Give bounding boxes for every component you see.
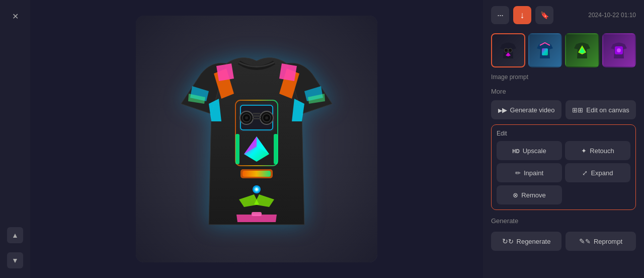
svg-rect-10	[253, 118, 261, 119]
image-area	[30, 0, 483, 278]
edit-section: Edit Upscale Retouch Inpaint Expand	[491, 124, 636, 210]
close-icon: ✕	[12, 12, 19, 21]
upscale-button[interactable]: Upscale	[497, 141, 562, 160]
svg-point-23	[504, 48, 508, 52]
remove-label: Remove	[521, 191, 545, 199]
svg-rect-22	[252, 212, 262, 216]
main-content: 2024-10-22 01:10	[30, 0, 644, 278]
reprompt-label: Reprompt	[594, 238, 622, 245]
reprompt-button[interactable]: ✎ Reprompt	[566, 232, 636, 251]
inpaint-label: Inpaint	[524, 169, 543, 177]
dots-icon	[497, 10, 503, 21]
svg-point-24	[508, 48, 512, 52]
generate-section-label: Generate	[491, 217, 636, 225]
thumbnail-3[interactable]	[565, 33, 599, 67]
generate-video-label: Generate video	[510, 106, 555, 114]
expand-label: Expand	[591, 169, 613, 177]
more-actions-row: ▶ Generate video ⊞ Edit on canvas	[491, 100, 636, 119]
tshirt-image	[161, 33, 352, 245]
chevron-down-icon: ▼	[12, 256, 19, 264]
thumbnail-1[interactable]	[491, 33, 525, 67]
image-prompt-label: Image prompt	[491, 73, 636, 81]
edit-on-canvas-label: Edit on canvas	[586, 106, 629, 114]
close-button[interactable]: ✕	[7, 8, 23, 24]
bookmark-button[interactable]	[535, 6, 553, 24]
thumbnail-strip	[491, 33, 636, 67]
expand-icon	[582, 169, 588, 177]
thumb-tshirt-2	[534, 39, 556, 61]
generate-video-button[interactable]: ▶ Generate video	[491, 100, 561, 119]
svg-point-6	[245, 116, 248, 119]
inpaint-button[interactable]: Inpaint	[497, 163, 562, 182]
svg-rect-26	[542, 48, 548, 55]
video-icon: ▶	[498, 106, 507, 114]
regenerate-label: Regenerate	[517, 238, 551, 245]
edit-on-canvas-button[interactable]: ⊞ Edit on canvas	[566, 100, 636, 119]
more-options-button[interactable]	[491, 6, 509, 24]
more-section-label: More	[491, 88, 636, 95]
upscale-label: Upscale	[523, 147, 546, 155]
timestamp: 2024-10-22 01:10	[588, 12, 636, 19]
generate-actions-row: ↻ Regenerate ✎ Reprompt	[491, 232, 636, 251]
regenerate-icon: ↻	[502, 237, 514, 245]
nav-down-button[interactable]: ▼	[7, 252, 23, 268]
svg-rect-15	[235, 134, 239, 164]
thumb-tshirt-3	[571, 39, 593, 61]
edit-section-label: Edit	[497, 130, 630, 137]
edit-grid: Upscale Retouch Inpaint Expand Remove	[497, 141, 630, 204]
thumbnail-2[interactable]	[528, 33, 562, 67]
retouch-icon	[581, 147, 587, 155]
top-toolbar: 2024-10-22 01:10	[491, 6, 636, 28]
remove-icon	[513, 191, 518, 199]
regenerate-button[interactable]: ↻ Regenerate	[491, 232, 561, 251]
right-panel: 2024-10-22 01:10	[483, 0, 644, 278]
hd-icon	[512, 147, 519, 155]
svg-point-7	[265, 116, 268, 119]
retouch-label: Retouch	[590, 147, 614, 155]
svg-point-21	[256, 188, 258, 191]
retouch-button[interactable]: Retouch	[565, 141, 630, 160]
download-button[interactable]	[513, 6, 531, 24]
thumbnail-4[interactable]	[602, 33, 636, 67]
reprompt-icon: ✎	[579, 237, 591, 245]
svg-rect-9	[253, 115, 261, 117]
svg-rect-18	[243, 171, 271, 177]
svg-point-30	[617, 48, 621, 52]
download-icon	[520, 10, 525, 21]
thumb-tshirt-4	[608, 39, 630, 61]
thumb-tshirt-1	[497, 39, 519, 61]
svg-rect-8	[253, 113, 261, 114]
tshirt-display	[136, 16, 377, 262]
nav-up-button[interactable]: ▲	[7, 227, 23, 243]
remove-button[interactable]: Remove	[497, 185, 562, 204]
inpaint-icon	[515, 169, 521, 177]
chevron-up-icon: ▲	[12, 231, 19, 239]
svg-rect-16	[274, 134, 278, 164]
left-sidebar: ✕ ▲ ▼	[0, 0, 30, 278]
image-container	[136, 16, 377, 262]
canvas-icon: ⊞	[572, 106, 583, 114]
expand-button[interactable]: Expand	[565, 163, 630, 182]
bookmark-icon	[540, 11, 549, 20]
